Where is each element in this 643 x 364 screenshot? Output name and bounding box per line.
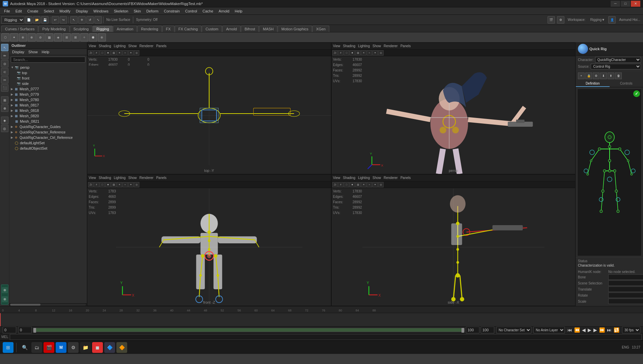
tree-item-mesh0818[interactable]: ▶ ▦ Mesh_0818 xyxy=(9,108,87,113)
vp-menu-shading-1[interactable]: Shading xyxy=(99,44,111,48)
play-btn[interactable]: ▶ xyxy=(587,327,592,333)
menu-display[interactable]: Display xyxy=(73,8,91,14)
range-start-input[interactable] xyxy=(18,327,32,333)
render-btn[interactable]: 🎬 xyxy=(548,16,555,24)
tree-item-mesh0777[interactable]: ▶ ▦ Mesh_0777 xyxy=(9,86,87,92)
outliner-menu-help[interactable]: Help xyxy=(40,50,51,54)
undo-btn[interactable]: ↩ xyxy=(52,16,59,24)
paint-btn[interactable]: ✏ xyxy=(1,52,8,59)
shelf-icon-10[interactable]: ✧ xyxy=(80,33,88,41)
save-scene-btn[interactable]: 💾 xyxy=(41,16,49,24)
fps-select[interactable]: 30 fps xyxy=(622,327,640,333)
shelf-tab-rendering[interactable]: Rendering xyxy=(137,26,162,32)
snap-btn[interactable]: ⊞ xyxy=(1,96,8,104)
rp-delete-btn[interactable]: 🗑 xyxy=(615,72,622,79)
vp-solid-btn-4[interactable]: ■ xyxy=(350,182,355,187)
goto-end-btn[interactable]: ⏭ xyxy=(606,327,612,333)
menu-file[interactable]: File xyxy=(1,8,13,14)
taskbar-icon-5[interactable]: 📁 xyxy=(80,342,91,353)
maximize-button[interactable]: □ xyxy=(621,1,630,7)
menu-modify[interactable]: Modify xyxy=(57,8,73,14)
viewport-content-2[interactable]: X Y xyxy=(332,57,575,174)
vp-cam-btn-4[interactable]: 🎥 xyxy=(332,182,338,187)
current-frame-input[interactable] xyxy=(3,327,16,333)
shelf-icon-3[interactable]: ⊕ xyxy=(19,33,27,41)
bone-input[interactable] xyxy=(608,274,643,280)
scale-x[interactable] xyxy=(608,299,643,304)
shelf-tab-animation[interactable]: Animation xyxy=(113,26,137,32)
outliner-menu-display[interactable]: Display xyxy=(11,50,26,54)
tree-item-mesh0821[interactable]: ▦ Mesh_0821 xyxy=(9,119,87,124)
minimize-button[interactable]: ─ xyxy=(611,1,620,7)
tree-item-ctrl-reference[interactable]: ▶ ⊕ QuickRigCharacter_Ctrl_Reference xyxy=(9,135,87,140)
vp-grid-btn-4[interactable]: # xyxy=(338,182,343,187)
prev-frame-btn[interactable]: ◀ xyxy=(581,327,586,333)
vp-fog-btn-4[interactable]: ≈ xyxy=(367,182,372,187)
tree-item-default-light-set[interactable]: ◯ defaultLightSet xyxy=(9,140,87,146)
menu-create[interactable]: Create xyxy=(25,8,41,14)
shelf-icon-7[interactable]: ◈ xyxy=(54,33,62,41)
vp-xray-btn-3[interactable]: ✦ xyxy=(128,182,134,187)
vp-solid-btn-2[interactable]: ■ xyxy=(350,50,355,56)
shelf-icon-2[interactable]: ✦ xyxy=(10,33,18,41)
shelf-tab-mash[interactable]: MASH xyxy=(259,26,277,32)
vp-light-btn-3[interactable]: ☀ xyxy=(117,182,122,187)
rotate-tool-btn[interactable]: ↺ xyxy=(86,16,94,24)
vp-isolate-btn-4[interactable]: ◎ xyxy=(378,182,384,187)
viewport-content-1[interactable]: X Y xyxy=(87,57,331,174)
rp-export-btn[interactable]: ⬆ xyxy=(608,72,614,79)
bone-tool-btn[interactable]: ⊕ xyxy=(2,287,8,293)
shelf-tab-sculpting[interactable]: Sculpting xyxy=(70,26,92,32)
goto-start-btn[interactable]: ⏮ xyxy=(567,327,573,333)
vp-menu-view-3[interactable]: View xyxy=(89,176,96,180)
tree-item-top[interactable]: 📷 top xyxy=(9,70,87,75)
vp-isolate-btn-1[interactable]: ◎ xyxy=(134,50,139,56)
vp-xray-btn-1[interactable]: ✦ xyxy=(128,50,134,56)
shelf-tab-motiongraphics[interactable]: Motion Graphics xyxy=(278,26,312,32)
vp-fog-btn-3[interactable]: ≈ xyxy=(122,182,128,187)
shelf-tab-bifrost[interactable]: Bifrost xyxy=(241,26,259,32)
vp-menu-panels-4[interactable]: Panels xyxy=(400,176,411,180)
outliner-menu-show[interactable]: Show xyxy=(27,50,39,54)
menu-help[interactable]: Help xyxy=(232,8,245,14)
vp-menu-renderer-1[interactable]: Renderer xyxy=(139,44,153,48)
character-select[interactable]: QuickRigCharacter xyxy=(595,57,641,63)
vp-solid-btn-3[interactable]: ■ xyxy=(105,182,111,187)
vp-menu-show-2[interactable]: Show xyxy=(372,44,381,48)
timeline-track[interactable] xyxy=(0,313,643,327)
scale-tool-btn[interactable]: ⤡ xyxy=(94,16,102,24)
shelf-tab-rigging[interactable]: Rigging xyxy=(93,26,113,32)
tree-item-mesh0820[interactable]: ▶ ▦ Mesh_0820 xyxy=(9,113,87,119)
vp-menu-panels-3[interactable]: Panels xyxy=(156,176,167,180)
shelf-tab-fxcaching[interactable]: FX Caching xyxy=(175,26,201,32)
shelf-icon-9[interactable]: ⊠ xyxy=(72,33,80,41)
menu-constrain[interactable]: Constrain xyxy=(161,8,183,14)
rotate-x[interactable] xyxy=(608,293,643,298)
ik-tool-btn[interactable]: ⊗ xyxy=(2,296,8,302)
tree-item-mesh0779[interactable]: ▶ ▦ Mesh_0779 xyxy=(9,92,87,97)
cut-btn[interactable]: ✂ xyxy=(1,76,8,84)
tree-item-mesh0817[interactable]: ▶ ▦ Mesh_0817 xyxy=(9,102,87,108)
range-slider[interactable] xyxy=(33,328,465,332)
taskbar-icon-8[interactable]: 🔶 xyxy=(116,342,127,353)
taskbar-icon-6[interactable]: ◼ xyxy=(92,342,103,353)
menu-select[interactable]: Select xyxy=(41,8,57,14)
translate-x[interactable] xyxy=(608,286,643,292)
vp-cam-btn-1[interactable]: 🎥 xyxy=(88,50,93,56)
range-playback-end[interactable] xyxy=(481,327,494,333)
vp-fog-btn-1[interactable]: ≈ xyxy=(122,50,128,56)
vp-wire-btn-4[interactable]: □ xyxy=(344,182,349,187)
vp-grid-btn-1[interactable]: # xyxy=(94,50,99,56)
menu-edit[interactable]: Edit xyxy=(13,8,25,14)
user-account-btn[interactable]: 👤 xyxy=(608,16,616,24)
taskbar-icon-7[interactable]: 🔷 xyxy=(104,342,115,353)
menu-deform[interactable]: Deform xyxy=(144,8,161,14)
close-button[interactable]: ✕ xyxy=(631,1,640,7)
vp-menu-panels-1[interactable]: Panels xyxy=(156,44,167,48)
vp-menu-renderer-4[interactable]: Renderer xyxy=(384,176,398,180)
magnet-btn[interactable]: ⊕ xyxy=(1,104,8,112)
open-scene-btn[interactable]: 📂 xyxy=(33,16,40,24)
shelf-icon-4[interactable]: ⊗ xyxy=(28,33,36,41)
shelf-tab-xgen[interactable]: XGen xyxy=(312,26,329,32)
vp-menu-panels-2[interactable]: Panels xyxy=(400,44,411,48)
